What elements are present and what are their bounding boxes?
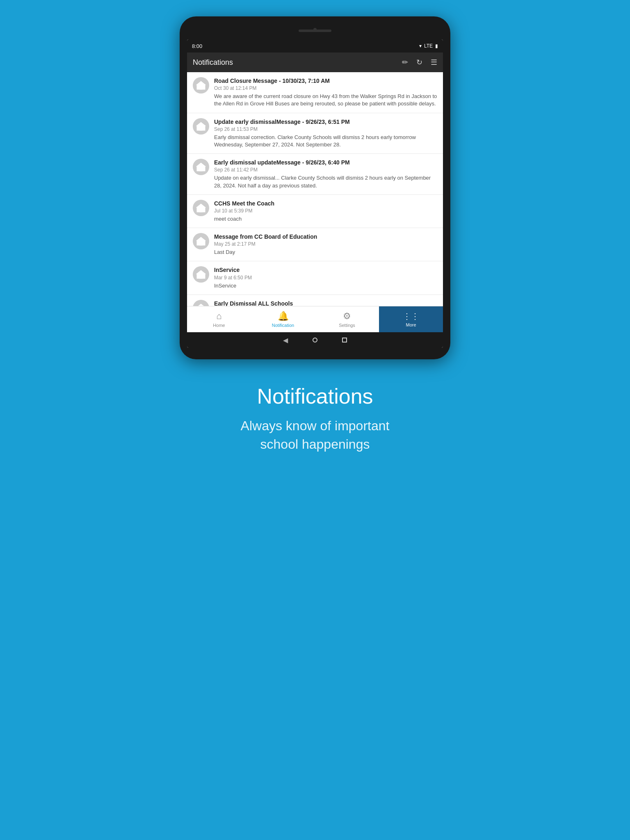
notification-item[interactable]: Update early dismissalMessage - 9/26/23,… <box>187 113 443 154</box>
page-subtitle: Always know of important school happenin… <box>241 417 390 454</box>
signal-icon: LTE <box>424 43 433 49</box>
avatar <box>193 233 209 249</box>
svg-rect-19 <box>200 238 202 240</box>
svg-rect-11 <box>200 164 202 166</box>
notification-body: InService <box>214 282 437 290</box>
svg-rect-5 <box>200 128 203 130</box>
status-icons: ▾ LTE ▮ <box>419 43 438 49</box>
notification-body: Update on early dismissal... Clarke Coun… <box>214 174 437 189</box>
home-icon: ⌂ <box>216 311 221 322</box>
bottom-nav: ⌂ Home 🔔 Notification ⚙ Settings ⋮⋮ More <box>187 306 443 332</box>
nav-label-notification: Notification <box>272 323 294 328</box>
header-icons: ✏ ↻ ☰ <box>402 58 437 67</box>
bell-icon: 🔔 <box>278 311 289 322</box>
notification-content: Message from CC Board of Education May 2… <box>214 233 437 256</box>
nav-item-home[interactable]: ⌂ Home <box>187 306 251 332</box>
notification-title: Update early dismissalMessage - 9/26/23,… <box>214 118 437 126</box>
svg-rect-17 <box>200 243 203 246</box>
nav-item-notification[interactable]: 🔔 Notification <box>251 306 315 332</box>
notification-content: Road Closure Message - 10/30/23, 7:10 AM… <box>214 77 437 108</box>
tablet-screen: 8:00 ▾ LTE ▮ Notifications ✏ ↻ ☰ <box>187 39 443 348</box>
notification-content: Early Dismissal ALL Schools Feb 15 at 8:… <box>214 300 437 306</box>
nav-label-more: More <box>406 322 416 327</box>
notification-item[interactable]: Road Closure Message - 10/30/23, 7:10 AM… <box>187 72 443 113</box>
edit-icon[interactable]: ✏ <box>402 58 408 67</box>
wifi-icon: ▾ <box>419 43 422 49</box>
nav-item-settings[interactable]: ⚙ Settings <box>315 306 379 332</box>
bottom-section: Notifications Always know of important s… <box>241 384 390 478</box>
subtitle-line1: Always know of important <box>241 418 390 433</box>
back-button[interactable]: ◀ <box>283 336 288 344</box>
app-header-title: Notifications <box>193 58 233 67</box>
notification-body: meet coach <box>214 215 437 223</box>
recents-button[interactable] <box>342 338 347 342</box>
page-title: Notifications <box>241 384 390 409</box>
svg-rect-13 <box>200 209 203 212</box>
notification-item[interactable]: CCHS Meet the Coach Jul 10 at 5:39 PM me… <box>187 195 443 228</box>
svg-rect-7 <box>200 123 202 125</box>
notification-item[interactable]: Message from CC Board of Education May 2… <box>187 228 443 261</box>
notification-list: Road Closure Message - 10/30/23, 7:10 AM… <box>187 72 443 306</box>
notification-item[interactable]: Early Dismissal ALL Schools Feb 15 at 8:… <box>187 295 443 306</box>
app-header: Notifications ✏ ↻ ☰ <box>187 52 443 72</box>
notification-content: InService Mar 9 at 6:50 PM InService <box>214 266 437 289</box>
menu-icon[interactable]: ☰ <box>431 58 437 67</box>
avatar <box>193 300 209 306</box>
status-bar: 8:00 ▾ LTE ▮ <box>187 39 443 52</box>
notification-item[interactable]: InService Mar 9 at 6:50 PM InService <box>187 261 443 294</box>
notification-title: Road Closure Message - 10/30/23, 7:10 AM <box>214 77 437 84</box>
battery-icon: ▮ <box>435 43 438 49</box>
notification-title: Message from CC Board of Education <box>214 233 437 240</box>
grid-icon: ⋮⋮ <box>403 311 419 321</box>
notification-date: Mar 9 at 6:50 PM <box>214 275 437 281</box>
svg-rect-9 <box>200 169 203 171</box>
notification-item[interactable]: Early dismissal updateMessage - 9/26/23,… <box>187 154 443 195</box>
settings-icon: ⚙ <box>343 311 351 322</box>
notification-body: We are aware of the current road closure… <box>214 93 437 107</box>
notification-title: InService <box>214 266 437 274</box>
nav-label-settings: Settings <box>339 323 355 328</box>
avatar <box>193 266 209 283</box>
avatar <box>193 77 209 94</box>
refresh-icon[interactable]: ↻ <box>416 58 422 67</box>
svg-rect-1 <box>200 87 203 90</box>
notification-date: Sep 26 at 11:42 PM <box>214 167 437 173</box>
svg-rect-15 <box>200 205 202 207</box>
notification-body: Early dismissal correction. Clarke Count… <box>214 134 437 148</box>
notification-date: Oct 30 at 12:14 PM <box>214 85 437 91</box>
subtitle-line2: school happenings <box>260 437 370 452</box>
notification-content: Update early dismissalMessage - 9/26/23,… <box>214 118 437 149</box>
avatar <box>193 118 209 135</box>
notification-title: CCHS Meet the Coach <box>214 200 437 207</box>
home-button[interactable] <box>313 338 317 342</box>
avatar <box>193 200 209 216</box>
svg-rect-27 <box>200 305 202 306</box>
svg-rect-23 <box>200 272 202 273</box>
nav-item-more[interactable]: ⋮⋮ More <box>379 306 443 332</box>
tablet-device: 8:00 ▾ LTE ▮ Notifications ✏ ↻ ☰ <box>180 16 450 359</box>
notification-body: Last Day <box>214 249 437 256</box>
tablet-camera <box>313 28 317 31</box>
android-nav-bar: ◀ <box>187 332 443 348</box>
nav-label-home: Home <box>213 323 225 328</box>
notification-date: Sep 26 at 11:53 PM <box>214 126 437 132</box>
status-time: 8:00 <box>192 43 202 49</box>
notification-content: Early dismissal updateMessage - 9/26/23,… <box>214 159 437 189</box>
avatar <box>193 159 209 175</box>
notification-title: Early Dismissal ALL Schools <box>214 300 437 306</box>
notification-title: Early dismissal updateMessage - 9/26/23,… <box>214 159 437 166</box>
notification-date: Jul 10 at 5:39 PM <box>214 208 437 214</box>
notification-date: May 25 at 2:17 PM <box>214 241 437 247</box>
svg-rect-21 <box>200 276 203 279</box>
notification-content: CCHS Meet the Coach Jul 10 at 5:39 PM me… <box>214 200 437 223</box>
svg-rect-3 <box>200 82 202 84</box>
